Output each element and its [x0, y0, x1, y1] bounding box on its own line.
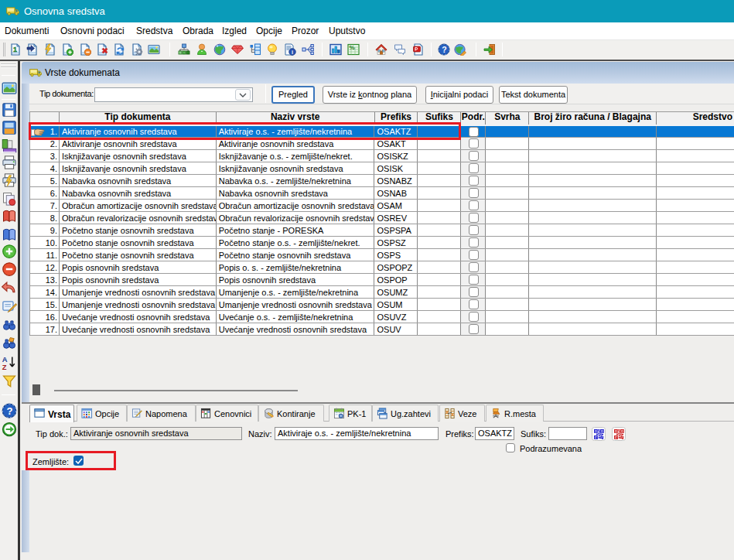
svg-text:A: A — [2, 356, 8, 364]
svg-text:?: ? — [442, 45, 446, 54]
svg-text:Z: Z — [2, 364, 7, 370]
svg-text:?: ? — [7, 405, 13, 417]
svg-text:%: % — [350, 44, 355, 51]
svg-text:1: 1 — [13, 46, 17, 53]
svg-text:i: i — [292, 50, 293, 55]
